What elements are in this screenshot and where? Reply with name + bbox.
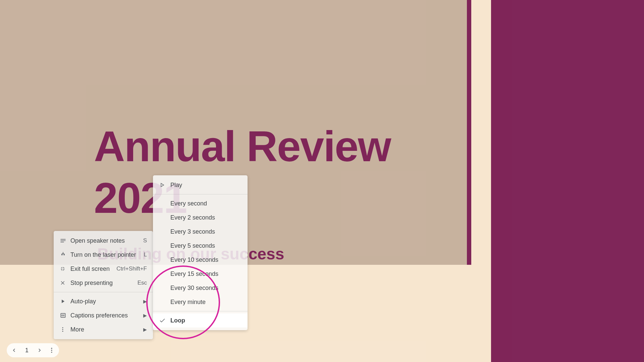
laser-pointer-icon — [60, 251, 70, 258]
menu-item-label: Captions preferences — [70, 312, 143, 319]
options-context-menu: Open speaker notes S Turn on the laser p… — [54, 231, 153, 339]
svg-point-0 — [51, 348, 52, 349]
exit-fullscreen-icon — [60, 266, 70, 272]
submenu-item-label: Loop — [170, 317, 185, 324]
submenu-interval-1m[interactable]: Every minute — [153, 295, 248, 309]
menu-captions-preferences[interactable]: Captions preferences ▶ — [54, 308, 153, 322]
options-button[interactable] — [46, 344, 58, 356]
menu-exit-fullscreen[interactable]: Exit full screen Ctrl+Shift+F — [54, 262, 153, 276]
submenu-item-label: Play — [170, 182, 182, 189]
menu-open-speaker-notes[interactable]: Open speaker notes S — [54, 234, 153, 248]
submenu-interval-5s[interactable]: Every 5 seconds — [153, 239, 248, 253]
presentation-toolbar: 1 — [7, 343, 59, 357]
submenu-interval-30s[interactable]: Every 30 seconds — [153, 281, 248, 295]
submenu-loop[interactable]: Loop — [153, 313, 248, 327]
menu-item-shortcut: S — [143, 237, 147, 244]
submenu-arrow-icon: ▶ — [143, 299, 147, 304]
play-icon — [60, 298, 70, 304]
submenu-arrow-icon: ▶ — [143, 327, 147, 332]
menu-item-shortcut: Ctrl+Shift+F — [116, 265, 147, 272]
menu-separator — [153, 194, 248, 194]
menu-stop-presenting[interactable]: Stop presenting Esc — [54, 276, 153, 290]
menu-separator — [153, 311, 248, 311]
captions-icon — [60, 312, 70, 319]
next-slide-button[interactable] — [34, 344, 46, 356]
submenu-interval-10s[interactable]: Every 10 seconds — [153, 253, 248, 267]
svg-point-2 — [51, 352, 52, 353]
submenu-interval-3s[interactable]: Every 3 seconds — [153, 225, 248, 239]
slide-accent-light-vertical — [471, 0, 491, 362]
submenu-play[interactable]: Play — [153, 178, 248, 192]
chevron-left-icon — [11, 347, 17, 354]
more-vert-icon — [60, 326, 70, 333]
slide-number[interactable]: 1 — [20, 347, 34, 354]
more-vert-icon — [48, 347, 55, 354]
submenu-interval-2s[interactable]: Every 2 seconds — [153, 210, 248, 225]
svg-point-5 — [62, 331, 63, 332]
prev-slide-button[interactable] — [8, 344, 20, 356]
menu-item-label: Turn on the laser pointer — [70, 251, 144, 258]
notes-icon — [60, 237, 70, 244]
submenu-item-label: Every minute — [170, 299, 206, 306]
submenu-interval-15s[interactable]: Every 15 seconds — [153, 267, 248, 281]
submenu-item-label: Every 2 seconds — [170, 214, 215, 221]
submenu-item-label: Every 30 seconds — [170, 285, 218, 292]
menu-auto-play[interactable]: Auto-play ▶ — [54, 294, 153, 308]
submenu-item-label: Every 10 seconds — [170, 256, 218, 263]
svg-point-1 — [51, 350, 52, 351]
menu-item-shortcut: Esc — [138, 280, 147, 286]
menu-item-label: Stop presenting — [70, 280, 138, 287]
menu-item-label: More — [70, 326, 143, 333]
slide-accent-right — [467, 0, 644, 362]
menu-item-shortcut: L — [144, 251, 147, 258]
submenu-item-label: Every 3 seconds — [170, 228, 215, 235]
submenu-interval-1s[interactable]: Every second — [153, 196, 248, 210]
check-icon — [159, 317, 170, 324]
close-icon — [60, 280, 70, 286]
svg-point-4 — [62, 329, 63, 330]
svg-point-3 — [62, 327, 63, 328]
menu-item-label: Open speaker notes — [70, 237, 143, 244]
submenu-item-label: Every 5 seconds — [170, 242, 215, 249]
submenu-item-label: Every second — [170, 200, 207, 207]
chevron-right-icon — [36, 347, 43, 354]
submenu-arrow-icon: ▶ — [143, 313, 147, 318]
autoplay-submenu: Play Every second Every 2 seconds Every … — [153, 175, 248, 330]
menu-laser-pointer[interactable]: Turn on the laser pointer L — [54, 248, 153, 262]
menu-item-label: Exit full screen — [70, 265, 116, 273]
menu-separator — [54, 292, 153, 292]
menu-more[interactable]: More ▶ — [54, 322, 153, 337]
submenu-item-label: Every 15 seconds — [170, 270, 218, 278]
slide-title-line1: Annual Review — [94, 121, 390, 172]
menu-item-label: Auto-play — [70, 298, 143, 305]
play-outline-icon — [159, 182, 170, 188]
